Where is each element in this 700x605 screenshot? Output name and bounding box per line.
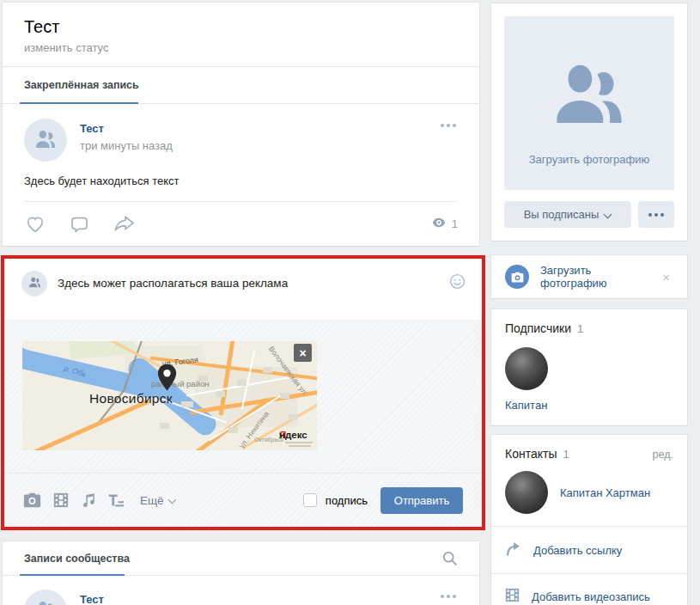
page-title: Тест xyxy=(24,17,458,37)
people-icon xyxy=(34,128,57,153)
change-status-link[interactable]: изменить статус xyxy=(24,41,458,54)
emoji-icon[interactable] xyxy=(448,272,466,293)
post-composer-highlighted: Здесь может располагаться ваша реклама xyxy=(1,255,485,530)
avatar[interactable] xyxy=(505,471,548,514)
map-attachment[interactable]: ул. Гоголя ральный район р. Обь Волочаев… xyxy=(22,341,317,450)
send-button[interactable]: Отправить xyxy=(380,487,463,514)
comment-button[interactable] xyxy=(69,214,90,235)
profile-more-button[interactable] xyxy=(638,201,674,228)
remove-map-button[interactable]: × xyxy=(294,344,312,362)
composer-toolbar: Ещё подпись Отправить xyxy=(4,473,482,527)
community-main-card: Тест изменить статус Закреплённая запись xyxy=(2,2,480,247)
views-counter: 1 xyxy=(432,217,458,230)
community-posts-card: Записи сообщества xyxy=(2,541,480,605)
upload-photo-label: Загрузить фотографию xyxy=(529,153,650,166)
search-icon[interactable] xyxy=(441,550,458,566)
contacts-card: Контакты 1 ред. Капитан Хартман Добавить… xyxy=(490,434,688,605)
tab-pinned-post[interactable]: Закреплённая запись xyxy=(24,79,139,91)
eye-icon xyxy=(432,217,446,230)
avatar[interactable] xyxy=(505,347,548,390)
add-video-row[interactable]: Добавить видеозапись xyxy=(491,573,687,605)
community-avatar[interactable] xyxy=(24,119,67,162)
upload-photo-area[interactable]: Загрузить фотографию xyxy=(504,16,674,190)
subscribers-card: Подписчики 1 Капитан xyxy=(490,309,688,426)
add-link-row[interactable]: Добавить ссылку xyxy=(491,526,687,573)
add-video-label: Добавить видеозапись xyxy=(532,590,650,603)
signature-checkbox[interactable] xyxy=(303,493,317,507)
upload-photo-banner: Загрузить фотографию × xyxy=(490,254,688,299)
signature-label: подпись xyxy=(326,494,368,507)
photo-icon[interactable] xyxy=(23,492,41,508)
video-icon xyxy=(505,588,520,605)
composer-text-input[interactable]: Здесь может располагаться ваша реклама xyxy=(58,271,465,308)
post-author-link[interactable]: Тест xyxy=(80,122,439,135)
upload-photo-link[interactable]: Загрузить фотографию xyxy=(540,264,659,290)
feed-post: Тест xyxy=(3,576,479,605)
share-button[interactable] xyxy=(113,214,136,235)
profile-photo-card: Загрузить фотографию Вы подписаны xyxy=(490,3,688,241)
contact-name-link[interactable]: Капитан Хартман xyxy=(560,486,650,499)
community-avatar[interactable] xyxy=(24,590,67,605)
people-icon xyxy=(547,16,631,131)
pinned-post: Тест три минуты назад Здесь будет находи… xyxy=(3,104,479,246)
post-timestamp[interactable]: три минуты назад xyxy=(80,139,439,152)
pinned-tabs-row: Закреплённая запись xyxy=(3,66,479,104)
post-menu-button[interactable] xyxy=(439,119,458,132)
video-icon[interactable] xyxy=(53,492,69,508)
edit-contacts-link[interactable]: ред. xyxy=(653,449,673,461)
contacts-title[interactable]: Контакты xyxy=(505,447,557,461)
subscribed-button[interactable]: Вы подписаны xyxy=(504,201,631,228)
more-attachments-button[interactable]: Ещё xyxy=(140,494,176,507)
post-text: Здесь будет находиться текст xyxy=(24,174,458,187)
subscribers-count: 1 xyxy=(577,322,583,335)
subscriber-name-link[interactable]: Капитан xyxy=(505,399,673,412)
post-menu-button[interactable] xyxy=(439,590,458,603)
tab-community-posts[interactable]: Записи сообщества xyxy=(24,553,130,565)
tab-underline xyxy=(20,574,125,576)
post-author-link[interactable]: Тест xyxy=(80,593,439,605)
community-header: Тест изменить статус xyxy=(3,3,479,66)
people-icon xyxy=(34,599,57,605)
article-icon[interactable] xyxy=(107,492,125,508)
subscribers-title[interactable]: Подписчики xyxy=(505,321,571,335)
views-count: 1 xyxy=(452,217,458,230)
composer-attachments-area: ул. Гоголя ральный район р. Обь Волочаев… xyxy=(4,320,482,473)
people-icon xyxy=(28,276,41,291)
composer-avatar xyxy=(21,271,47,296)
close-icon[interactable]: × xyxy=(659,268,673,286)
ellipsis-icon xyxy=(648,213,664,217)
music-icon[interactable] xyxy=(81,492,95,508)
chevron-down-icon xyxy=(169,495,176,502)
camera-icon xyxy=(505,265,529,289)
contacts-count: 1 xyxy=(563,448,569,461)
chevron-down-icon xyxy=(605,210,612,217)
tab-underline xyxy=(20,102,138,104)
link-arrow-icon xyxy=(505,541,521,559)
like-button[interactable] xyxy=(24,214,46,235)
add-link-label: Добавить ссылку xyxy=(533,544,622,557)
